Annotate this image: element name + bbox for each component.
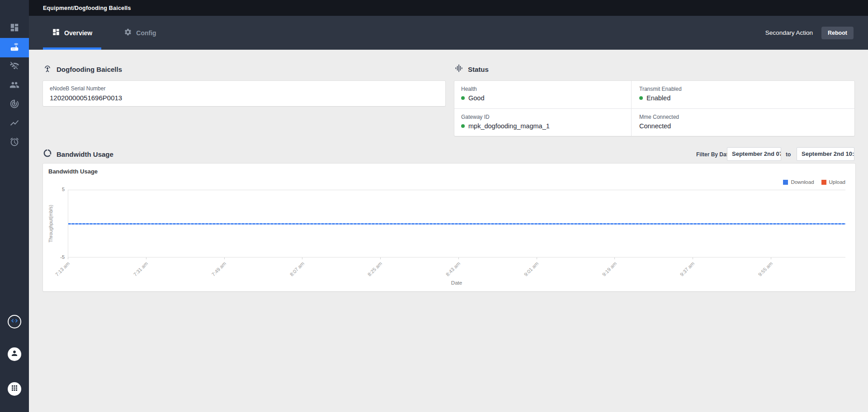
y-axis-title: Throughput(mb/s): [45, 190, 57, 258]
status-dot: [461, 96, 465, 100]
antenna-icon: [43, 64, 52, 75]
status-card: Health Good Transmit Enabled Enabled Gat…: [454, 81, 854, 136]
legend-item: Download: [783, 179, 814, 185]
chart-plot-area: [68, 190, 845, 258]
tab-config-label: Config: [136, 29, 156, 37]
api-code-icon: [10, 317, 19, 327]
status-cell: Health Good: [454, 81, 631, 108]
router-icon: [9, 42, 19, 54]
chart-title: Bandwidth Usage: [48, 168, 98, 175]
status-cell-value: Connected: [639, 122, 671, 130]
apps-button[interactable]: [8, 382, 21, 396]
status-cell: Gateway ID mpk_dogfooding_magma_1: [454, 108, 631, 136]
account-button[interactable]: [8, 347, 21, 361]
sidebar: [0, 0, 29, 412]
sidebar-item-metrics[interactable]: [0, 114, 29, 133]
tracking-target-icon: [9, 99, 19, 111]
sidebar-top: [0, 0, 29, 152]
alarm-clock-icon: [9, 137, 19, 149]
legend-item: Upload: [821, 179, 845, 185]
topbar: Equipment/Dogfooding Baicells: [29, 0, 868, 16]
y-tick-label: -5: [47, 254, 65, 260]
chart-legend: DownloadUpload: [783, 179, 845, 185]
status-cell-label: Transmit Enabled: [639, 86, 854, 92]
sidebar-item-equipment[interactable]: [0, 38, 29, 57]
overview-grid-icon: [52, 28, 60, 37]
dashboard-icon: [9, 23, 19, 34]
sidebar-bottom: [0, 371, 29, 412]
date-range-to-label: to: [786, 151, 791, 158]
people-icon: [9, 80, 19, 92]
x-axis-title: Date: [68, 280, 845, 286]
sidebar-item-wifi[interactable]: [0, 57, 29, 76]
date-from-input[interactable]: September 2nd 07:12: [727, 147, 781, 161]
sidebar-item-alarms[interactable]: [0, 133, 29, 152]
bandwidth-section-title: Bandwidth Usage: [57, 150, 113, 158]
tab-overview-label: Overview: [64, 29, 92, 37]
breadcrumb: Equipment/Dogfooding Baicells: [43, 5, 131, 11]
wifi-off-icon: [9, 61, 19, 73]
status-dot: [639, 96, 643, 100]
tab-bar: Overview Config Secondary Action Reboot: [29, 16, 868, 50]
sidebar-item-tracking[interactable]: [0, 95, 29, 114]
reboot-button[interactable]: Reboot: [821, 27, 854, 39]
status-cell-label: Mme Connected: [639, 114, 854, 120]
serial-number-value: 12020000051696P0013: [50, 94, 445, 102]
data-usage-icon: [43, 149, 52, 159]
status-cell-value: mpk_dogfooding_magma_1: [468, 122, 550, 130]
legend-swatch-icon: [821, 180, 826, 185]
sidebar-item-subscribers[interactable]: [0, 76, 29, 95]
download-series-line: [68, 223, 845, 225]
status-cell-value: Good: [468, 94, 484, 102]
graphic-eq-icon: [454, 64, 463, 75]
legend-label: Upload: [829, 179, 845, 185]
status-cell-label: Gateway ID: [461, 114, 631, 120]
apps-grid-icon: [10, 384, 19, 394]
gear-icon: [124, 28, 132, 37]
status-dot: [461, 124, 465, 128]
sidebar-item-dashboard[interactable]: [0, 19, 29, 38]
serial-number-label: eNodeB Serial Number: [50, 85, 445, 92]
person-icon: [10, 349, 19, 359]
status-section-title: Status: [468, 66, 489, 73]
status-cell-label: Health: [461, 86, 631, 92]
device-card: eNodeB Serial Number 12020000051696P0013: [43, 81, 445, 106]
device-section-title: Dogfooding Baicells: [57, 66, 122, 73]
bandwidth-section-header: Bandwidth Usage: [43, 149, 113, 159]
tabbar-actions: Secondary Action Reboot: [765, 27, 868, 39]
legend-label: Download: [791, 179, 814, 185]
main-content: Dogfooding Baicells eNodeB Serial Number…: [29, 50, 868, 412]
trending-chart-icon: [9, 118, 19, 130]
status-grid: Health Good Transmit Enabled Enabled Gat…: [454, 81, 854, 136]
api-docs-button[interactable]: [8, 315, 21, 328]
page: Equipment/Dogfooding Baicells Overview C…: [0, 0, 868, 412]
legend-swatch-icon: [783, 180, 788, 185]
status-cell: Transmit Enabled Enabled: [631, 81, 854, 108]
secondary-action-button[interactable]: Secondary Action: [765, 29, 813, 36]
status-section-header: Status: [454, 64, 489, 75]
tab-overview[interactable]: Overview: [43, 16, 101, 50]
bandwidth-chart-card: Bandwidth Usage DownloadUpload Throughpu…: [43, 164, 855, 291]
tab-config[interactable]: Config: [115, 16, 165, 50]
filter-by-date-label: Filter By Date: [696, 151, 731, 158]
y-tick-label: 5: [47, 187, 65, 192]
status-cell: Mme Connected Connected: [631, 108, 854, 136]
status-cell-value: Enabled: [646, 94, 670, 102]
date-to-input[interactable]: September 2nd 10:12: [797, 147, 854, 161]
device-section-header: Dogfooding Baicells: [43, 64, 122, 75]
